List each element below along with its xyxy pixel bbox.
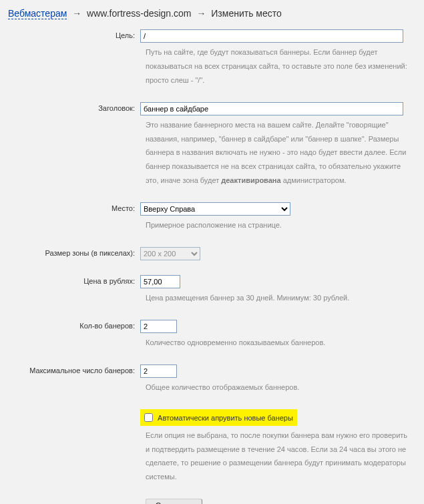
max-input[interactable] — [140, 364, 177, 378]
breadcrumb-link-webmasters[interactable]: Вебмастерам — [8, 8, 67, 19]
save-button[interactable]: Сохранить — [146, 499, 202, 504]
max-help: Общее количество отображаемых баннеров. — [146, 381, 416, 395]
breadcrumb: Вебмастерам → www.fortress-design.com → … — [8, 8, 416, 19]
field-count: Кол-во банеров: Количество одновременно … — [8, 320, 416, 350]
field-goal: Цель: Путь на сайте, где будут показыват… — [8, 29, 416, 87]
field-auto: Автоматически апрувить новые банеры Если… — [8, 409, 416, 485]
auto-checkbox[interactable] — [144, 413, 153, 422]
size-select: 200 x 200 — [140, 247, 200, 260]
price-label: Цена в рублях: — [8, 275, 140, 285]
size-label: Размер зоны (в пикселах): — [8, 247, 140, 257]
field-price: Цена в рублях: Цена размещения баннер за… — [8, 275, 416, 305]
goal-input[interactable] — [140, 29, 403, 43]
count-input[interactable] — [140, 320, 177, 333]
auto-help: Если опция не выбрана, то после покупки … — [146, 429, 416, 485]
page-root: Вебмастерам → www.fortress-design.com → … — [0, 0, 423, 503]
goal-label: Цель: — [8, 29, 140, 39]
place-help: Примерное расположение на странице. — [146, 218, 416, 232]
auto-spacer — [8, 409, 140, 411]
title-input[interactable] — [140, 102, 403, 115]
breadcrumb-arrow: → — [196, 8, 206, 19]
field-size: Размер зоны (в пикселах): 200 x 200 — [8, 247, 416, 260]
auto-highlight: Автоматически апрувить новые банеры — [140, 409, 297, 426]
count-label: Кол-во банеров: — [8, 320, 140, 330]
place-select[interactable]: Вверху Справа — [140, 202, 290, 216]
field-place: Место: Вверху Справа Примерное расположе… — [8, 202, 416, 232]
max-label: Максимальное число банеров: — [8, 364, 140, 374]
price-help: Цена размещения баннер за 30 дней. Миним… — [146, 291, 416, 305]
field-title: Заголовок: Это название баннерного места… — [8, 102, 416, 188]
submit-row: Сохранить — [8, 499, 416, 504]
breadcrumb-current: Изменить место — [211, 8, 282, 19]
title-label: Заголовок: — [8, 102, 140, 112]
count-help: Количество одновременно показываемых бан… — [146, 336, 416, 350]
price-input[interactable] — [140, 275, 180, 288]
breadcrumb-domain: www.fortress-design.com — [87, 8, 191, 19]
goal-help: Путь на сайте, где будут показываться ба… — [146, 45, 416, 87]
title-help: Это название баннерного места на вашем с… — [146, 118, 416, 188]
breadcrumb-arrow: → — [72, 8, 81, 19]
place-label: Место: — [8, 202, 140, 212]
field-max: Максимальное число банеров: Общее количе… — [8, 364, 416, 395]
auto-label[interactable]: Автоматически апрувить новые банеры — [158, 414, 293, 422]
